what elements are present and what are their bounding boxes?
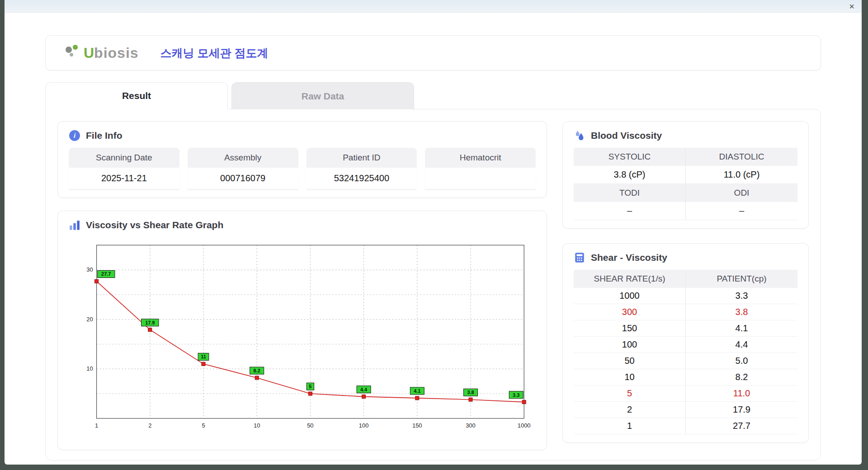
blood-viscosity-label: ODI [685, 184, 797, 202]
logo-text-u: U [84, 45, 94, 61]
patient-column-header: PATIENT(cp) [685, 270, 797, 288]
file-info-field-value: 53241925400 [307, 168, 417, 189]
blood-viscosity-value: 3.8 (cP) [574, 166, 685, 184]
svg-text:5: 5 [309, 384, 311, 389]
file-info-field-label: Patient ID [307, 148, 417, 168]
shear-viscosity-card: Shear - Viscosity SHEAR RATE(1/s) PATIEN… [562, 243, 809, 443]
patient-cell: 4.4 [685, 337, 797, 352]
svg-text:3.8: 3.8 [467, 390, 474, 395]
right-column: Blood Viscosity SYSTOLICDIASTOLIC3.8 (cP… [562, 121, 809, 448]
shear-table-row: 3003.8 [574, 304, 797, 320]
svg-text:1000: 1000 [518, 422, 531, 429]
shear-rate-column-header: SHEAR RATE(1/s) [574, 270, 685, 288]
graph-title-row: Viscosity vs Shear Rate Graph [69, 219, 536, 231]
blood-viscosity-table: SYSTOLICDIASTOLIC3.8 (cP)11.0 (cP)TODIOD… [574, 148, 797, 220]
shear-rate-cell: 100 [574, 337, 685, 352]
shear-table-row: 1504.1 [574, 320, 797, 337]
patient-cell: 17.9 [685, 402, 797, 418]
shear-table-row: 511.0 [574, 385, 797, 402]
file-info-field-label: Scanning Date [69, 148, 179, 168]
blood-viscosity-title-row: Blood Viscosity [574, 130, 797, 141]
patient-cell: 4.1 [685, 320, 797, 336]
shear-rate-cell: 50 [574, 353, 685, 369]
shear-rate-cell: 150 [574, 320, 685, 336]
svg-text:150: 150 [412, 422, 422, 429]
app-window: × U biosis 스캐닝 모세관 점도계 Result Raw Data [5, 0, 862, 465]
viscosity-graph-card: Viscosity vs Shear Rate Graph 1251050100… [57, 211, 547, 450]
shear-rate-cell: 1 [574, 418, 685, 434]
svg-text:4.1: 4.1 [414, 388, 420, 394]
svg-text:30: 30 [86, 266, 93, 273]
file-info-title: File Info [86, 130, 123, 141]
svg-text:11: 11 [201, 354, 206, 359]
close-icon[interactable]: × [849, 2, 854, 11]
bar-chart-icon [69, 219, 80, 231]
ubiosis-logo: U biosis [65, 45, 139, 61]
patient-cell: 3.8 [685, 304, 797, 320]
page-title: 스캐닝 모세관 점도계 [160, 46, 269, 61]
file-info-title-row: i File Info [69, 130, 536, 141]
file-info-field-value: 2025-11-21 [69, 168, 179, 189]
svg-text:2: 2 [148, 422, 151, 429]
titlebar: × [5, 0, 862, 13]
shear-table-body: 10003.33003.81504.11004.4505.0108.2511.0… [574, 288, 797, 434]
blood-viscosity-title: Blood Viscosity [591, 130, 662, 141]
shear-rate-cell: 2 [574, 402, 685, 418]
viscosity-chart: 1251050100150300100010203027.717.9118.25… [69, 237, 536, 440]
blood-viscosity-label: TODI [574, 184, 685, 202]
file-info-field-value: 000716079 [188, 168, 298, 189]
file-info-card: i File Info Scanning Date2025-11-21Assem… [57, 121, 547, 198]
patient-cell: 27.7 [685, 418, 797, 434]
file-info-field-label: Assembly [188, 148, 298, 168]
shear-rate-cell: 5 [574, 385, 685, 401]
shear-table-header: SHEAR RATE(1/s) PATIENT(cp) [574, 270, 797, 288]
svg-text:20: 20 [86, 316, 93, 323]
file-info-field: Hematocrit [425, 148, 536, 189]
blood-viscosity-card: Blood Viscosity SYSTOLICDIASTOLIC3.8 (cP… [562, 121, 809, 229]
blood-viscosity-header-row: TODIODI [574, 184, 797, 202]
shear-viscosity-title: Shear - Viscosity [591, 252, 667, 263]
file-info-field: Assembly000716079 [188, 148, 298, 189]
droplet-icon [574, 130, 585, 141]
blood-viscosity-value: – [574, 202, 685, 220]
patient-cell: 8.2 [685, 369, 797, 385]
shear-rate-cell: 1000 [574, 288, 685, 304]
shear-viscosity-title-row: Shear - Viscosity [574, 252, 797, 263]
blood-viscosity-value: 11.0 (cP) [685, 166, 797, 184]
tab-raw-data[interactable]: Raw Data [231, 82, 414, 109]
shear-table-row: 127.7 [574, 418, 797, 434]
svg-text:100: 100 [359, 422, 369, 429]
svg-text:8.2: 8.2 [254, 368, 260, 373]
app-header: U biosis 스캐닝 모세관 점도계 [45, 35, 821, 70]
shear-table-row: 10003.3 [574, 288, 797, 304]
blood-viscosity-header-row: SYSTOLICDIASTOLIC [574, 148, 797, 166]
file-info-field: Patient ID53241925400 [307, 148, 417, 189]
patient-cell: 3.3 [685, 288, 797, 304]
svg-text:10: 10 [86, 365, 93, 372]
graph-title: Viscosity vs Shear Rate Graph [86, 220, 223, 230]
svg-text:10: 10 [254, 422, 260, 429]
patient-cell: 5.0 [685, 353, 797, 369]
tab-bar: Result Raw Data [45, 82, 821, 109]
blood-viscosity-value-row: 3.8 (cP)11.0 (cP) [574, 166, 797, 184]
tab-result[interactable]: Result [45, 82, 228, 109]
shear-table-row: 505.0 [574, 353, 797, 369]
file-info-field-value [425, 168, 536, 189]
logo-text-biosis: biosis [94, 45, 138, 61]
file-info-field-label: Hematocrit [425, 148, 536, 168]
svg-text:3.3: 3.3 [513, 392, 519, 398]
main-area: U biosis 스캐닝 모세관 점도계 Result Raw Data i F… [45, 35, 821, 461]
svg-text:1: 1 [95, 422, 98, 429]
blood-viscosity-value-row: –– [574, 202, 797, 220]
svg-text:5: 5 [202, 422, 205, 429]
chart-wrap: 1251050100150300100010203027.717.9118.25… [69, 237, 536, 442]
left-column: i File Info Scanning Date2025-11-21Assem… [57, 121, 547, 448]
file-info-fields: Scanning Date2025-11-21Assembly000716079… [69, 148, 536, 189]
blood-viscosity-value: – [685, 202, 797, 220]
svg-text:300: 300 [466, 422, 476, 429]
blood-viscosity-label: SYSTOLIC [574, 148, 685, 166]
svg-text:4.4: 4.4 [360, 387, 367, 392]
svg-text:17.9: 17.9 [145, 320, 155, 325]
svg-text:50: 50 [307, 422, 313, 429]
logo-dots-icon [65, 45, 82, 59]
